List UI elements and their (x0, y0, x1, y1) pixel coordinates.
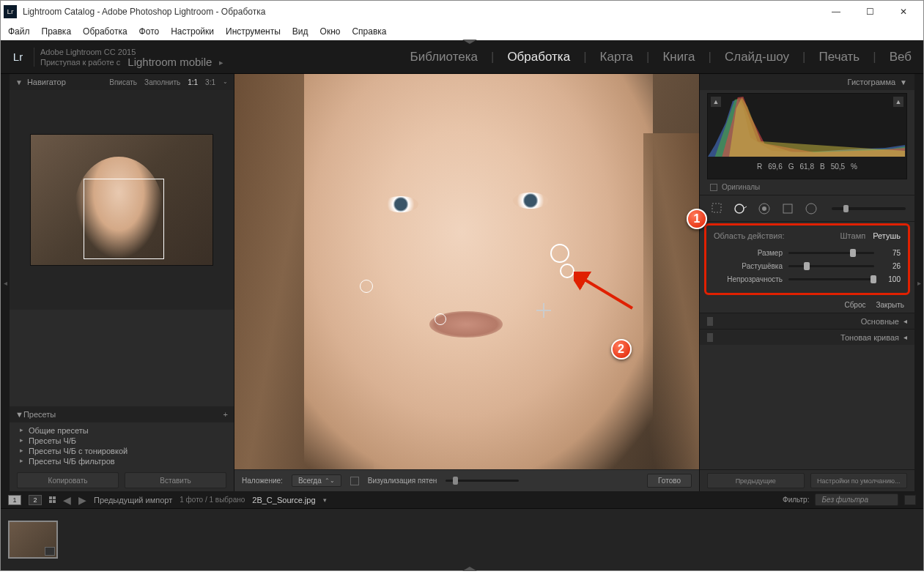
fit-mode-fit[interactable]: Вписать (109, 78, 137, 86)
opacity-value[interactable]: 100 (880, 275, 901, 283)
filter-select[interactable]: Без фильтра (815, 493, 898, 506)
spot-removal-circle[interactable] (435, 313, 446, 325)
fit-mode-fill[interactable]: Заполнить (144, 78, 180, 86)
menu-view[interactable]: Вид (292, 26, 308, 37)
svg-rect-1 (712, 204, 721, 212)
photo-canvas[interactable]: 2 (234, 74, 699, 469)
copy-button[interactable]: Копировать (17, 472, 119, 488)
module-book[interactable]: Книга (661, 48, 696, 66)
mode-heal[interactable]: Ретушь (873, 231, 901, 240)
preset-folder[interactable]: Пресеты Ч/Б (10, 436, 234, 446)
spot-removal-circle[interactable] (360, 280, 373, 293)
done-button[interactable]: Готово (647, 474, 692, 488)
brush-size-slider[interactable] (832, 207, 906, 210)
module-web[interactable]: Веб (888, 48, 913, 66)
feather-slider[interactable] (788, 265, 874, 267)
menu-develop[interactable]: Обработка (83, 26, 127, 37)
preset-folder[interactable]: Общие пресеты (10, 425, 234, 436)
module-develop[interactable]: Обработка (506, 48, 572, 66)
hist-g-label: G (788, 163, 794, 171)
feather-value[interactable]: 26 (880, 262, 901, 270)
filter-lock-icon[interactable] (904, 495, 916, 505)
filename-dropdown-icon[interactable]: ▾ (323, 496, 327, 504)
hist-r-value: 69,6 (768, 163, 782, 171)
close-button[interactable]: ✕ (887, 1, 920, 22)
viz-checkbox[interactable] (350, 477, 359, 485)
preset-list: Общие пресеты Пресеты Ч/Б Пресеты Ч/Б с … (10, 422, 234, 469)
svg-rect-5 (783, 204, 792, 213)
basic-panel-header[interactable]: Основные◂ (700, 313, 914, 329)
tone-curve-panel-header[interactable]: Тоновая кривая◂ (700, 329, 914, 345)
left-collapse[interactable]: ◂ (1, 74, 10, 491)
annotation-badge-1: 1 (687, 209, 707, 229)
fit-dropdown-icon[interactable]: ⌄ (223, 78, 228, 86)
size-value[interactable]: 75 (880, 249, 901, 257)
titlebar: Lr Lightroom Catalog - Adobe Photoshop L… (1, 1, 923, 23)
feather-label: Растушёвка (714, 262, 783, 270)
presets-header[interactable]: ▼ Пресеты + (10, 406, 234, 422)
reset-button[interactable]: Сброс (844, 301, 865, 309)
brand-mobile[interactable]: Lightroom mobile (127, 57, 212, 67)
navigator-header[interactable]: ▼ Навигатор Вписать Заполнить 1:1 3:1 ⌄ (10, 74, 234, 90)
menu-tools[interactable]: Инструменты (226, 26, 281, 37)
module-library[interactable]: Библиотека (409, 48, 479, 66)
second-monitor-button[interactable]: 2 (29, 495, 42, 505)
crop-tool-icon[interactable] (709, 200, 726, 217)
size-label: Размер (714, 249, 783, 257)
maximize-button[interactable]: ☐ (853, 1, 887, 22)
reset-default-button[interactable]: Настройки по умолчанию... (810, 473, 908, 488)
brand-mobile-prefix: Приступая к работе с (40, 57, 120, 67)
preset-folder[interactable]: Пресеты Ч/Б фильтров (10, 456, 234, 466)
radial-filter-tool-icon[interactable] (802, 200, 820, 217)
previous-button[interactable]: Предыдущие (707, 473, 805, 488)
navigator-viewport[interactable] (84, 179, 164, 259)
fit-mode-11[interactable]: 1:1 (188, 78, 198, 86)
chevron-right-icon[interactable]: ▸ (219, 57, 223, 67)
size-slider[interactable] (788, 252, 874, 254)
menu-photo[interactable]: Фото (139, 26, 160, 37)
source-label[interactable]: Предыдущий импорт (94, 496, 172, 504)
hist-b-label: B (820, 163, 825, 171)
module-print[interactable]: Печать (818, 48, 862, 66)
left-panel: ▼ Навигатор Вписать Заполнить 1:1 3:1 ⌄ (10, 74, 234, 491)
panel-collapse-top-icon[interactable] (462, 40, 477, 44)
grid-icon[interactable] (49, 496, 56, 503)
menu-help[interactable]: Справка (352, 26, 386, 37)
menu-edit[interactable]: Правка (42, 26, 72, 37)
histogram-header[interactable]: Гистограмма ▼ (700, 74, 914, 90)
menu-settings[interactable]: Настройки (171, 26, 214, 37)
spot-removal-circle[interactable] (560, 264, 574, 278)
prev-photo-icon[interactable]: ◀ (63, 494, 71, 506)
menu-window[interactable]: Окно (320, 26, 341, 37)
add-preset-icon[interactable]: + (223, 410, 228, 419)
originals-row[interactable]: Оригиналы (700, 179, 914, 195)
spot-removal-tool-icon[interactable] (732, 200, 750, 217)
shadow-clipping-icon[interactable]: ▲ (711, 97, 721, 107)
navigator-thumbnail[interactable] (10, 90, 234, 310)
right-collapse[interactable]: ▸ (914, 74, 923, 491)
mode-clone[interactable]: Штамп (840, 231, 866, 240)
highlight-clipping-icon[interactable]: ▲ (893, 97, 903, 107)
fit-mode-31[interactable]: 3:1 (205, 78, 215, 86)
close-panel-button[interactable]: Закрыть (876, 301, 904, 309)
hist-b-value: 50,5 (831, 163, 845, 171)
opacity-slider[interactable] (788, 278, 874, 280)
tool-row (700, 195, 914, 222)
preset-folder[interactable]: Пресеты Ч/Б с тонировкой (10, 446, 234, 456)
panel-collapse-bottom-icon[interactable] (462, 567, 477, 571)
next-photo-icon[interactable]: ▶ (78, 494, 86, 506)
redeye-tool-icon[interactable] (755, 200, 773, 217)
viz-slider[interactable] (446, 480, 519, 482)
histogram[interactable]: ▲ ▲ R 69,6 G 61,8 B 50,5 (707, 93, 907, 179)
overlay-select[interactable]: Всегда⌃⌄ (292, 474, 341, 487)
filmstrip-thumbnail[interactable] (8, 521, 58, 559)
menu-file[interactable]: Файл (8, 26, 30, 37)
module-map[interactable]: Карта (599, 48, 635, 66)
module-slideshow[interactable]: Слайд-шоу (723, 48, 791, 66)
paste-button[interactable]: Вставить (125, 472, 226, 488)
hist-g-value: 61,8 (799, 163, 813, 171)
graduated-filter-tool-icon[interactable] (779, 200, 797, 217)
photo-count: 1 фото / 1 выбрано (180, 496, 245, 504)
main-monitor-button[interactable]: 1 (8, 495, 21, 505)
minimize-button[interactable]: — (819, 1, 853, 22)
